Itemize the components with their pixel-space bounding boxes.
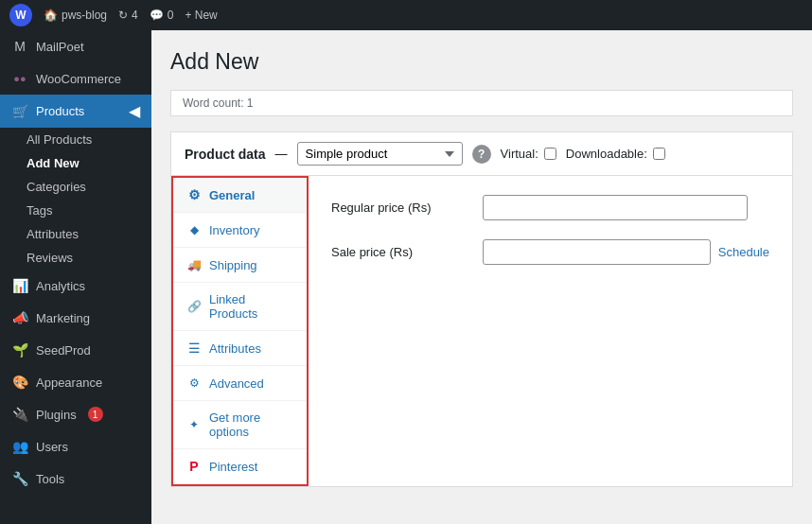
tab-linked-products[interactable]: 🔗 Linked Products [173, 283, 307, 331]
site-name: pws-blog [62, 9, 107, 22]
sidebar-item-analytics[interactable]: 📊 Analytics [0, 270, 151, 302]
sidebar-label-plugins: Plugins [36, 408, 77, 422]
admin-bar-site[interactable]: 🏠 pws-blog [44, 9, 107, 22]
advanced-icon: ⚙ [186, 376, 202, 391]
sidebar-item-tools[interactable]: 🔧 Tools [0, 463, 151, 495]
sidebar-item-seedprod[interactable]: 🌱 SeedProd [0, 334, 151, 366]
virtual-checkbox[interactable] [544, 148, 556, 160]
new-label: + New [185, 9, 217, 22]
sidebar-label-marketing: Marketing [36, 311, 90, 325]
comment-icon: 💬 [150, 9, 164, 22]
wordpress-logo-icon: W [9, 4, 32, 26]
downloadable-label: Downloadable: [566, 147, 647, 161]
sidebar-label-woocommerce: WooCommerce [36, 72, 121, 86]
tab-linked-products-label: Linked Products [209, 292, 293, 321]
plugins-icon: 🔌 [11, 406, 28, 423]
tab-pinterest[interactable]: P Pinterest [173, 449, 307, 484]
tab-inventory[interactable]: Inventory [173, 213, 307, 248]
mailpoet-icon: M [11, 38, 28, 55]
sidebar-item-users[interactable]: 👥 Users [0, 430, 151, 463]
downloadable-group: Downloadable: [566, 147, 665, 161]
sidebar-item-appearance[interactable]: 🎨 Appearance [0, 366, 151, 398]
tab-general-label: General [209, 188, 255, 202]
regular-price-row: Regular price (Rs) [331, 195, 769, 220]
attributes-icon: ☰ [186, 341, 202, 356]
downloadable-checkbox[interactable] [653, 148, 665, 160]
virtual-label: Virtual: [501, 147, 538, 161]
schedule-link[interactable]: Schedule [718, 245, 769, 259]
home-icon: 🏠 [44, 9, 58, 22]
sidebar-label-products: Products [36, 104, 84, 118]
sidebar: M MailPoet ●● WooCommerce 🛒 Products ◀ A… [0, 30, 151, 524]
sidebar-sub-tags[interactable]: Tags [0, 199, 151, 222]
admin-bar-wp-logo[interactable]: W [9, 4, 32, 26]
products-icon: 🛒 [11, 103, 28, 120]
sidebar-label-tools: Tools [36, 472, 64, 486]
sidebar-item-marketing[interactable]: 📣 Marketing [0, 302, 151, 334]
pinterest-icon: P [186, 459, 202, 474]
tab-shipping-label: Shipping [209, 258, 257, 272]
word-count-bar: Word count: 1 [170, 90, 793, 116]
tab-content-general: Regular price (Rs) Sale price (Rs) Sched… [309, 176, 792, 486]
sidebar-label-analytics: Analytics [36, 279, 85, 293]
sidebar-item-woocommerce[interactable]: ●● WooCommerce [0, 62, 151, 95]
appearance-icon: 🎨 [11, 374, 28, 391]
tab-get-more-options[interactable]: ✦ Get more options [173, 401, 307, 449]
regular-price-input[interactable] [483, 195, 748, 220]
admin-bar-updates[interactable]: ↻ 4 [118, 9, 138, 22]
sale-price-input[interactable] [483, 239, 711, 265]
admin-bar-comments[interactable]: 💬 0 [150, 9, 174, 22]
sidebar-sub-reviews[interactable]: Reviews [0, 246, 151, 270]
sale-price-row: Sale price (Rs) Schedule [331, 239, 769, 265]
tools-icon: 🔧 [11, 470, 28, 487]
sidebar-sub-categories[interactable]: Categories [0, 175, 151, 199]
sidebar-item-products[interactable]: 🛒 Products ◀ [0, 95, 151, 128]
tab-attributes-label: Attributes [209, 341, 261, 356]
help-button[interactable]: ? [472, 145, 491, 164]
sidebar-item-mailpoet[interactable]: M MailPoet [0, 30, 151, 62]
product-data-header: Product data — Simple product Variable p… [170, 131, 793, 175]
sidebar-label-seedprod: SeedProd [36, 343, 91, 358]
tab-general[interactable]: General [173, 178, 307, 213]
regular-price-label: Regular price (Rs) [331, 201, 483, 215]
main-content: Add New Word count: 1 Product data — Sim… [151, 30, 812, 524]
woocommerce-icon: ●● [11, 70, 28, 87]
sidebar-sub-all-products[interactable]: All Products [0, 128, 151, 151]
plugins-badge: 1 [88, 407, 103, 422]
page-title: Add New [170, 49, 793, 75]
analytics-icon: 📊 [11, 277, 28, 294]
sidebar-label-users: Users [36, 440, 68, 454]
sidebar-label-mailpoet: MailPoet [36, 40, 84, 54]
tab-shipping[interactable]: 🚚 Shipping [173, 248, 307, 283]
shipping-icon: 🚚 [186, 257, 202, 272]
admin-bar: W 🏠 pws-blog ↻ 4 💬 0 + New [0, 0, 812, 30]
sidebar-label-appearance: Appearance [36, 376, 102, 390]
update-count: 4 [132, 9, 138, 22]
sidebar-sub-attributes[interactable]: Attributes [0, 222, 151, 246]
product-data-body: General Inventory 🚚 Shipping 🔗 Linked Pr… [170, 175, 793, 487]
inventory-icon [186, 222, 202, 237]
tab-inventory-label: Inventory [209, 223, 259, 237]
word-count-text: Word count: 1 [183, 96, 253, 110]
sale-price-label: Sale price (Rs) [331, 245, 483, 259]
tab-advanced[interactable]: ⚙ Advanced [173, 366, 307, 401]
comment-count: 0 [168, 9, 174, 22]
tab-advanced-label: Advanced [209, 376, 264, 391]
users-icon: 👥 [11, 438, 28, 455]
refresh-icon: ↻ [118, 9, 128, 22]
sidebar-sub-add-new[interactable]: Add New [0, 151, 151, 175]
admin-bar-new[interactable]: + New [185, 9, 217, 22]
general-icon [186, 187, 202, 202]
product-tab-nav: General Inventory 🚚 Shipping 🔗 Linked Pr… [171, 176, 309, 486]
tab-get-more-options-label: Get more options [209, 410, 293, 439]
get-more-options-icon: ✦ [186, 417, 202, 432]
sidebar-item-plugins[interactable]: 🔌 Plugins 1 [0, 398, 151, 430]
marketing-icon: 📣 [11, 309, 28, 326]
tab-attributes[interactable]: ☰ Attributes [173, 331, 307, 366]
product-type-select[interactable]: Simple product Variable product Grouped … [297, 142, 463, 166]
tab-pinterest-label: Pinterest [209, 460, 257, 474]
linked-products-icon: 🔗 [186, 299, 202, 314]
seedprod-icon: 🌱 [11, 341, 28, 358]
product-data-label: Product data [185, 147, 266, 162]
virtual-group: Virtual: [501, 147, 556, 161]
